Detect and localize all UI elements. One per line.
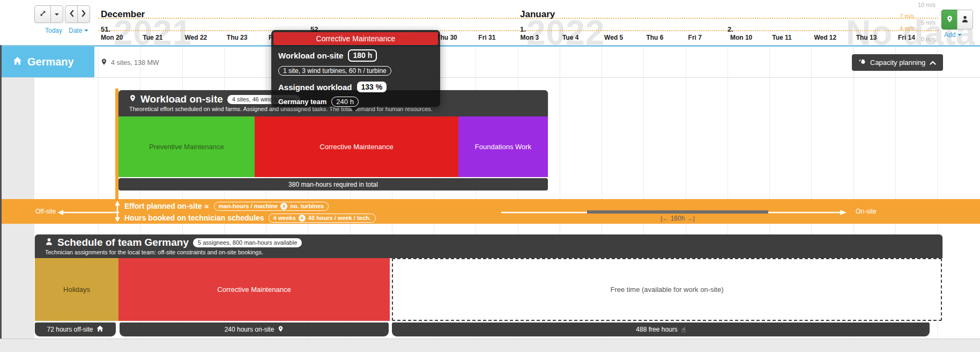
region-banner-germany[interactable]: Germany [2, 47, 94, 77]
day-label: Thu 6 [646, 34, 663, 41]
schedule-footer-label: 72 hours off-site [47, 326, 93, 333]
schedule-panel-badge: 5 assignees, 800 man-hours available [193, 238, 302, 247]
workload-panel-title-label: Workload on-site [140, 93, 223, 105]
hand-icon: ☝ [681, 326, 686, 334]
map-pin-icon [129, 93, 136, 105]
workload-segment[interactable]: Preventive Maintenance [118, 116, 255, 177]
segment-hours-label: 160h [671, 215, 685, 222]
booked-hours-segment-label: |← 160h →| [587, 215, 768, 222]
home-icon [13, 56, 22, 68]
week-number-label: 2. [727, 25, 733, 33]
tooltip-workload-row: Workload on-site 180 h [278, 49, 435, 62]
zoom-range-button-group [34, 5, 63, 23]
region-row-divider [0, 77, 980, 78]
formula-part: 40 hours / week / tech. [308, 215, 371, 221]
off-site-label: Off-site [35, 208, 56, 215]
pin-icon [278, 325, 284, 334]
wind-threshold-label: 4 m/s [900, 25, 914, 32]
day-label: Thu 13 [856, 34, 877, 41]
tooltip-team-row: Germany team 240 h [278, 97, 435, 107]
person-icon [961, 15, 969, 25]
formula-part: man-hours / machine [219, 203, 278, 209]
caret-down-icon [84, 30, 88, 32]
schedule-panel-description: Technician assignments for the local tea… [45, 249, 942, 255]
capacity-planning-label: Capacity planning [870, 58, 925, 67]
add-link[interactable]: Add [944, 31, 962, 39]
effort-planned-row: Effort planned on-site ∝ man-hours / mac… [124, 201, 329, 211]
formula-part: 4 weeks [273, 215, 296, 221]
header-divider [0, 45, 980, 47]
day-label: Fri 14 [898, 34, 915, 41]
schedule-footer-label: 240 hours on-site [225, 326, 274, 333]
teams-layer-button[interactable] [957, 10, 973, 30]
segment-left-cap: |← [660, 215, 669, 222]
home-icon [96, 325, 103, 334]
day-label: Wed 5 [604, 34, 623, 41]
week-number-label: 51. [101, 25, 110, 33]
schedule-panel-header: Schedule of team Germany 5 assignees, 80… [35, 234, 942, 258]
schedule-footer: 72 hours off-site [35, 322, 116, 336]
caret-down-icon [55, 13, 59, 16]
workload-panel-footer: 380 man-hours required in total [118, 178, 548, 190]
capacity-planning-button[interactable]: Capacity planning [852, 54, 943, 71]
day-label: Mon 10 [730, 34, 752, 41]
schedule-segment[interactable]: Holidays [35, 258, 118, 321]
tooltip-team-value: 240 h [331, 97, 359, 107]
tooltip-title: Corrective Maintenance [273, 32, 438, 45]
schedule-segment[interactable]: Corrective Maintenance [118, 258, 390, 321]
date-link-label: Date [69, 27, 82, 34]
multiply-icon: × [280, 203, 287, 210]
today-link[interactable]: Today [45, 27, 62, 34]
wind-axis-label: 0 m/s [921, 36, 936, 42]
flow-double-arrow [114, 200, 121, 223]
region-name: Germany [27, 56, 74, 68]
map-pin-icon [101, 58, 107, 67]
caret-down-icon [957, 34, 962, 36]
schedule-panel-title: Schedule of team Germany 5 assignees, 80… [45, 237, 942, 248]
day-label: Tue 4 [562, 34, 578, 41]
capacity-flow-band: Off-site Effort planned on-site ∝ man-ho… [0, 199, 980, 224]
workload-segment[interactable]: Foundations Work [458, 116, 548, 177]
bottom-gutter [0, 339, 980, 352]
today-link-label: Today [45, 27, 62, 34]
tooltip-assigned-value: 133 % [357, 82, 387, 92]
day-label: Fri 31 [478, 34, 495, 41]
region-summary-label: 4 sites, 138 MW [111, 59, 159, 67]
tooltip-assigned-row: Assigned workload 133 % [278, 82, 435, 92]
wind-axis-label: 10 m/s [918, 2, 936, 8]
task-tooltip: Corrective Maintenance Workload on-site … [271, 30, 440, 107]
booked-hours-segment [587, 210, 768, 214]
sites-layer-button[interactable] [941, 10, 957, 30]
tooltip-workload-label: Workload on-site [278, 51, 343, 60]
capacity-planning-app: 20212022No data DecemberJanuary51.52.1.2… [0, 0, 980, 352]
schedule-segment[interactable]: Free time (available for work on-site) [392, 258, 942, 321]
chevron-up-icon [930, 58, 936, 67]
chevron-right-icon [81, 10, 86, 19]
day-label: Mon 20 [101, 34, 123, 41]
on-site-label: On-site [856, 208, 877, 215]
tooltip-detail-badge: 1 site, 3 wind turbines, 60 h / turbine [278, 66, 391, 76]
day-label: Wed 12 [814, 34, 836, 41]
schedule-footer-label: 488 free hours [636, 326, 677, 333]
schedule-footer: 488 free hours☝ [392, 322, 930, 336]
prev-button[interactable] [65, 5, 78, 23]
person-icon [45, 237, 53, 248]
hours-booked-formula-badge: 4 weeks×40 hours / week / tech. [269, 214, 376, 223]
date-link[interactable]: Date [69, 27, 88, 34]
workload-segment[interactable]: Corrective Maintenance [255, 116, 458, 177]
map-pin-icon [946, 15, 953, 25]
day-label: Thu 23 [227, 34, 248, 41]
zoom-range-button[interactable] [34, 5, 51, 23]
wind-threshold-line-7ms [98, 18, 938, 19]
month-label: December [101, 9, 145, 20]
formula-part: no. turbines [290, 203, 324, 209]
schedule-footer: 240 hours on-site [120, 322, 389, 336]
expand-diagonal-icon [39, 10, 47, 19]
effort-planned-label: Effort planned on-site ∝ [124, 202, 210, 210]
next-button[interactable] [77, 5, 90, 23]
day-label: Tue 21 [143, 34, 162, 41]
tooltip-team-label: Germany team [278, 98, 326, 106]
zoom-range-caret-button[interactable] [50, 5, 63, 23]
month-label: January [520, 9, 555, 20]
left-edge [0, 45, 2, 339]
